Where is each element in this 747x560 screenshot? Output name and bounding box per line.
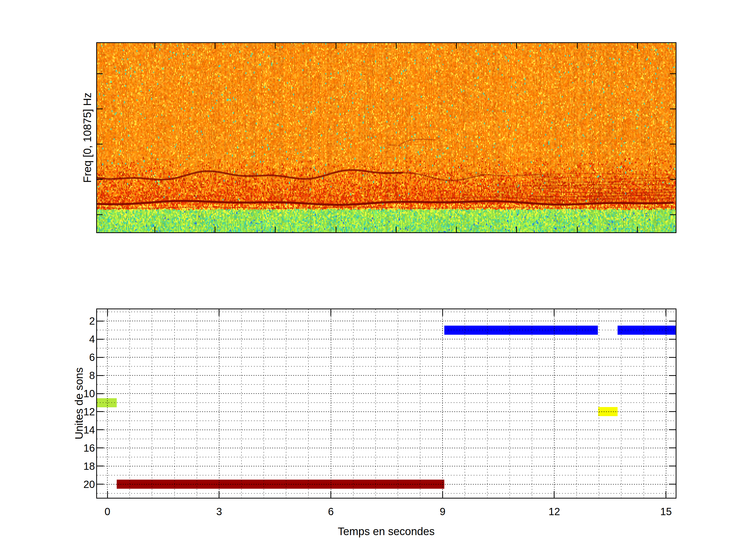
y-tick-label: 20	[46, 478, 95, 491]
grid-v-major	[442, 309, 443, 498]
spectrogram-image	[97, 43, 676, 232]
grid-h-minor	[97, 475, 676, 476]
grid-h-major	[97, 339, 676, 339]
timeline-ylabel: Unites de sons	[71, 326, 87, 481]
grid-v-minor	[644, 309, 644, 498]
y-tick-mark-right	[669, 375, 676, 376]
grid-v-minor	[152, 309, 152, 498]
grid-h-major	[97, 448, 676, 448]
y-tick-mark	[97, 339, 104, 340]
grid-v-minor	[599, 309, 599, 498]
grid-v-minor	[241, 309, 242, 498]
x-tick-label: 15	[648, 505, 684, 518]
y-tick-mark	[97, 411, 104, 412]
grid-h-major	[97, 393, 676, 394]
y-tick-mark	[97, 429, 104, 430]
spectrogram-panel	[96, 42, 676, 233]
y-tick-mark-right	[669, 465, 676, 466]
x-tick-label: 9	[424, 505, 461, 518]
x-tick-label: 3	[201, 505, 237, 518]
grid-v-major	[331, 309, 331, 498]
x-tick-label: 12	[536, 505, 572, 518]
y-tick-mark-right	[669, 411, 676, 412]
grid-h-major	[97, 411, 676, 412]
y-tick-mark-right	[669, 321, 676, 321]
y-tick-mark-right	[669, 393, 676, 394]
grid-v-minor	[397, 309, 398, 498]
grid-h-minor	[97, 439, 676, 439]
grid-h-minor	[97, 493, 676, 494]
grid-v-minor	[375, 309, 376, 498]
grid-v-minor	[286, 309, 286, 498]
y-tick-mark-right	[669, 448, 676, 448]
grid-v-minor	[308, 309, 309, 498]
timeline-panel	[96, 309, 676, 499]
grid-v-minor	[353, 309, 354, 498]
grid-h-minor	[97, 348, 676, 348]
y-tick-mark-right	[669, 357, 676, 358]
grid-h-minor	[97, 312, 676, 312]
spectrogram-ylabel: Freq [0, 10875] Hz	[80, 47, 95, 229]
grid-v-minor	[509, 309, 510, 498]
figure: Freq [0, 10875] Hz Unites de sons Temps …	[0, 0, 747, 560]
y-tick-label: 4	[46, 332, 95, 346]
y-tick-label: 6	[46, 351, 95, 364]
grid-h-minor	[97, 384, 676, 385]
y-tick-label: 12	[46, 405, 95, 418]
grid-v-minor	[621, 309, 621, 498]
timeline-xlabel: Temps en secondes	[282, 524, 490, 539]
y-tick-mark	[97, 448, 104, 448]
x-tick-mark-top	[331, 309, 331, 316]
y-tick-mark	[97, 465, 104, 466]
grid-v-minor	[487, 309, 488, 498]
x-tick-mark-top	[442, 309, 443, 316]
y-tick-mark	[97, 393, 104, 394]
grid-v-minor	[197, 309, 197, 498]
grid-h-major	[97, 321, 676, 321]
y-tick-label: 10	[46, 387, 95, 400]
y-tick-label: 16	[46, 442, 95, 454]
grid-h-minor	[97, 330, 676, 330]
grid-h-major	[97, 430, 676, 430]
timeline-plot-area	[97, 309, 676, 498]
y-tick-label: 18	[46, 460, 95, 473]
grid-h-minor	[97, 402, 676, 403]
grid-h-major	[97, 375, 676, 376]
y-tick-mark	[97, 375, 104, 376]
x-tick-mark	[442, 491, 443, 498]
x-tick-mark	[218, 491, 220, 498]
x-tick-mark-top	[666, 309, 666, 316]
grid-v-minor	[129, 309, 130, 498]
y-tick-mark-right	[669, 339, 676, 340]
grid-v-minor	[174, 309, 175, 498]
grid-v-minor	[420, 309, 420, 498]
x-tick-mark	[331, 491, 331, 498]
y-tick-label: 2	[46, 315, 95, 327]
x-tick-mark	[107, 491, 108, 498]
grid-v-minor	[532, 309, 532, 498]
y-tick-mark-right	[669, 484, 676, 484]
grid-v-minor	[576, 309, 577, 498]
grid-h-minor	[97, 457, 676, 457]
grid-v-major	[554, 309, 555, 498]
y-tick-mark	[97, 357, 104, 358]
x-tick-mark-top	[107, 309, 108, 316]
y-tick-label: 8	[46, 369, 95, 382]
grid-v-minor	[263, 309, 264, 498]
y-tick-mark	[97, 484, 104, 484]
x-tick-label: 6	[313, 505, 349, 518]
x-tick-mark-top	[554, 309, 555, 316]
y-tick-mark-right	[669, 429, 676, 430]
x-tick-mark	[554, 491, 555, 498]
grid-h-major	[97, 357, 676, 357]
x-tick-label: 0	[89, 505, 126, 518]
grid-v-major	[107, 309, 108, 498]
x-tick-mark-top	[218, 309, 220, 316]
grid-h-major	[97, 466, 676, 466]
grid-v-minor	[465, 309, 465, 498]
x-tick-mark	[666, 491, 666, 498]
grid-v-major	[219, 309, 220, 498]
y-tick-label: 14	[46, 423, 95, 436]
grid-h-minor	[97, 366, 676, 367]
y-tick-mark	[97, 321, 104, 321]
